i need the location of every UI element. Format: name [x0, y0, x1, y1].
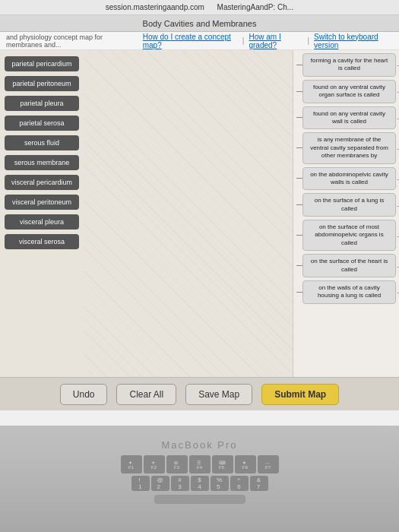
key-f4[interactable]: ☰F4 [189, 455, 211, 473]
key-hash[interactable]: #3 [171, 476, 189, 491]
site-name: MasteringAandP: Ch... [217, 3, 294, 11]
clue-connector [296, 265, 302, 266]
key-percent[interactable]: %5 [211, 476, 229, 491]
submit-map-button[interactable]: Submit Map [261, 384, 339, 405]
clue-connector [296, 117, 302, 118]
clues-panel: forming a cavity for the heart is called… [293, 50, 399, 377]
key-f6[interactable]: ✦F6 [235, 455, 256, 473]
clue-row: on the surface of a lung is called [296, 193, 396, 217]
keyboard: ✦F1 ☀F2 ⊞F3 ☰F4 ⌨F5 ✦F6 ⋯F7 !1 @2 #3 $4 … [17, 455, 382, 493]
term-chip[interactable]: serous membrane [5, 155, 79, 170]
laptop-brand: MacBook Pro [161, 439, 237, 451]
key-f3[interactable]: ⊞F3 [166, 455, 188, 473]
url-text: session.masteringaandp.com [106, 3, 204, 11]
clue-connector [296, 147, 302, 148]
key-f7[interactable]: ⋯F7 [258, 455, 279, 473]
toolbar: Undo Clear All Save Map Submit Map [0, 377, 399, 410]
sep2: | [308, 36, 310, 45]
key-f1[interactable]: ✦F1 [121, 455, 142, 473]
clue-box: found on any ventral cavity wall is call… [302, 106, 396, 130]
undo-button[interactable]: Undo [60, 384, 108, 405]
clue-box: on the surface of the heart is called [302, 254, 396, 277]
terms-panel: parietal pericardiumparietal peritoneump… [0, 50, 84, 377]
clear-all-button[interactable]: Clear All [116, 384, 176, 405]
key-excl[interactable]: !1 [131, 476, 150, 491]
term-chip[interactable]: visceral serosa [5, 234, 79, 249]
term-chip[interactable]: parietal peritoneum [5, 76, 79, 91]
clue-row: on the abdominopelvic cavity walls is ca… [296, 167, 396, 191]
clue-row: forming a cavity for the heart is called [296, 53, 396, 77]
key-f2[interactable]: ☀F2 [144, 455, 165, 473]
clue-box: found on any ventral cavity organ surfac… [302, 80, 396, 103]
clue-box: on the abdominopelvic cavity walls is ca… [302, 167, 396, 191]
clue-connector [296, 91, 302, 92]
clue-connector [296, 292, 302, 293]
clue-connector [296, 65, 302, 65]
clue-row: found on any ventral cavity wall is call… [296, 106, 396, 130]
page-prefix: and physiology concept map for membranes… [6, 33, 140, 49]
clue-box: is any membrane of the ventral cavity se… [302, 132, 396, 163]
laptop-body: MacBook Pro ✦F1 ☀F2 ⊞F3 ☰F4 ⌨F5 ✦F6 ⋯F7 … [0, 426, 399, 532]
clue-row: found on any ventral cavity organ surfac… [296, 80, 396, 103]
clue-row: on the surface of the heart is called [296, 254, 396, 277]
term-chip[interactable]: visceral pericardium [5, 175, 79, 190]
clue-connector [296, 204, 302, 205]
key-f5[interactable]: ⌨F5 [212, 455, 233, 473]
clue-row: on the walls of a cavity housing a lung … [296, 280, 396, 304]
nav-bar: and physiology concept map for membranes… [0, 32, 399, 50]
clue-connector [296, 235, 302, 236]
key-amp[interactable]: &7 [250, 476, 268, 491]
keyboard-row-nums: !1 @2 #3 $4 %5 ^6 &7 [17, 476, 382, 491]
keyboard-row-fn: ✦F1 ☀F2 ⊞F3 ☰F4 ⌨F5 ✦F6 ⋯F7 [17, 455, 382, 473]
trackpad[interactable] [154, 495, 245, 504]
window-title: Body Cavities and Membranes [143, 19, 257, 28]
clue-row: is any membrane of the ventral cavity se… [296, 132, 396, 163]
clue-box: forming a cavity for the heart is called [302, 53, 396, 77]
save-map-button[interactable]: Save Map [185, 384, 252, 405]
term-chip[interactable]: visceral pleura [5, 214, 79, 230]
clue-row: on the surface of most abdominopelvic or… [296, 220, 396, 251]
clue-box: on the surface of a lung is called [302, 193, 396, 217]
url-bar: session.masteringaandp.com MasteringAand… [0, 0, 399, 15]
key-dollar[interactable]: $4 [191, 476, 209, 491]
keyboard-version-link[interactable]: Switch to keyboard version [314, 33, 393, 49]
key-caret[interactable]: ^6 [230, 476, 249, 491]
title-bar: Body Cavities and Membranes [0, 15, 399, 32]
term-chip[interactable]: serous fluid [5, 135, 79, 150]
key-at[interactable]: @2 [151, 476, 169, 491]
term-chip[interactable]: parietal serosa [5, 116, 79, 131]
canvas-area[interactable] [84, 50, 293, 377]
create-map-link[interactable]: How do I create a concept map? [143, 33, 238, 49]
graded-link[interactable]: How am I graded? [249, 33, 302, 49]
clue-connector [296, 178, 302, 179]
term-chip[interactable]: parietal pericardium [5, 56, 79, 71]
concept-map-area: parietal pericardiumparietal peritoneump… [0, 50, 399, 377]
term-chip[interactable]: visceral peritoneum [5, 195, 79, 210]
sep1: | [242, 36, 245, 45]
clue-box: on the walls of a cavity housing a lung … [302, 280, 396, 304]
term-chip[interactable]: parietal pleura [5, 96, 79, 111]
clue-box: on the surface of most abdominopelvic or… [302, 220, 396, 251]
